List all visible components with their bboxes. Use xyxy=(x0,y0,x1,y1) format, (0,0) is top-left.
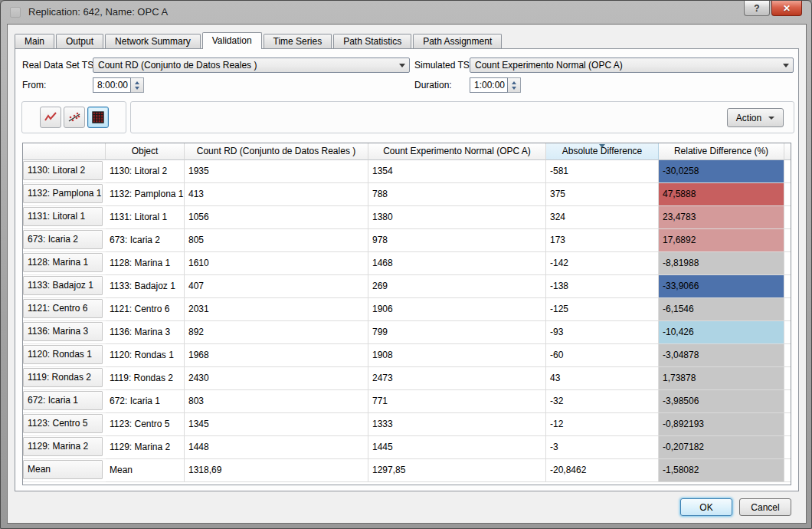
count-sim-cell[interactable]: 1354 xyxy=(368,160,546,183)
row-header-cell[interactable]: 1128: Marina 1 xyxy=(23,252,106,275)
object-cell[interactable]: 1136: Marina 3 xyxy=(106,321,185,344)
count-sim-cell[interactable]: 788 xyxy=(368,183,546,206)
help-button[interactable]: ? xyxy=(744,1,770,16)
tab-path-assignment[interactable]: Path Assignment xyxy=(413,34,502,48)
object-cell[interactable]: Mean xyxy=(106,459,185,482)
tab-path-statistics[interactable]: Path Statistics xyxy=(333,34,411,48)
abs-diff-cell[interactable]: 375 xyxy=(546,183,659,206)
rel-diff-cell[interactable]: -0,207182 xyxy=(659,436,784,459)
abs-diff-cell[interactable]: -581 xyxy=(546,160,659,183)
abs-diff-cell[interactable]: -3 xyxy=(546,436,659,459)
abs-diff-cell[interactable]: -93 xyxy=(546,321,659,344)
abs-diff-cell[interactable]: -138 xyxy=(546,275,659,298)
row-header-cell[interactable]: 672: Icaria 1 xyxy=(23,390,106,413)
count-rd-cell[interactable]: 1345 xyxy=(185,413,368,436)
count-rd-cell[interactable]: 803 xyxy=(185,390,368,413)
count-rd-cell[interactable]: 805 xyxy=(185,229,368,252)
column-header-object[interactable]: Object xyxy=(106,143,185,160)
column-header-count-sim[interactable]: Count Experimento Normal (OPC A) xyxy=(368,143,546,160)
tab-main[interactable]: Main xyxy=(15,34,54,48)
row-header-cell[interactable]: 1119: Rondas 2 xyxy=(23,367,106,390)
rel-diff-cell[interactable]: -0,892193 xyxy=(659,413,784,436)
column-header-row-header[interactable] xyxy=(23,143,106,160)
rel-diff-cell[interactable]: -8,81988 xyxy=(659,252,784,275)
rel-diff-cell[interactable]: -1,58082 xyxy=(659,459,784,482)
row-header-cell[interactable]: 1130: Litoral 2 xyxy=(23,160,106,183)
abs-diff-cell[interactable]: 324 xyxy=(546,206,659,229)
object-cell[interactable]: 1132: Pamplona 1 xyxy=(106,183,185,206)
count-sim-cell[interactable]: 799 xyxy=(368,321,546,344)
from-time-input[interactable]: 8:00:00 xyxy=(93,77,131,93)
column-header-absolute-difference[interactable]: Absolute Difference xyxy=(546,143,659,160)
row-header-cell[interactable]: 1131: Litoral 1 xyxy=(23,206,106,229)
row-header-cell[interactable]: 1129: Marina 2 xyxy=(23,436,106,459)
row-header-cell[interactable]: 673: Icaria 2 xyxy=(23,229,106,252)
tab-validation[interactable]: Validation xyxy=(202,32,262,49)
count-sim-cell[interactable]: 1380 xyxy=(368,206,546,229)
count-sim-cell[interactable]: 1297,85 xyxy=(368,459,546,482)
rel-diff-cell[interactable]: -6,1546 xyxy=(659,298,784,321)
count-sim-cell[interactable]: 2473 xyxy=(368,367,546,390)
count-rd-cell[interactable]: 1318,69 xyxy=(185,459,368,482)
object-cell[interactable]: 1120: Rondas 1 xyxy=(106,344,185,367)
count-rd-cell[interactable]: 2031 xyxy=(185,298,368,321)
abs-diff-cell[interactable]: -32 xyxy=(546,390,659,413)
object-cell[interactable]: 1129: Marina 2 xyxy=(106,436,185,459)
count-rd-cell[interactable]: 1056 xyxy=(185,206,368,229)
rel-diff-cell[interactable]: -33,9066 xyxy=(659,275,784,298)
object-cell[interactable]: 1128: Marina 1 xyxy=(106,252,185,275)
row-header-cell[interactable]: 1133: Badajoz 1 xyxy=(23,275,106,298)
count-sim-cell[interactable]: 771 xyxy=(368,390,546,413)
column-header-relative-difference[interactable]: Relative Difference (%) xyxy=(659,143,784,160)
rel-diff-cell[interactable]: 1,73878 xyxy=(659,367,784,390)
count-rd-cell[interactable]: 1448 xyxy=(185,436,368,459)
count-rd-cell[interactable]: 1935 xyxy=(185,160,368,183)
action-button[interactable]: Action xyxy=(727,108,784,127)
row-header-cell[interactable]: Mean xyxy=(23,459,106,482)
count-sim-cell[interactable]: 1333 xyxy=(368,413,546,436)
count-sim-cell[interactable]: 1468 xyxy=(368,252,546,275)
column-header-count-rd[interactable]: Count RD (Conjunto de Datos Reales ) xyxy=(185,143,368,160)
count-sim-cell[interactable]: 1445 xyxy=(368,436,546,459)
simulated-ts-combo[interactable]: Count Experimento Normal (OPC A) xyxy=(470,58,794,73)
tab-output[interactable]: Output xyxy=(56,34,103,48)
count-rd-cell[interactable]: 413 xyxy=(185,183,368,206)
rel-diff-cell[interactable]: 47,5888 xyxy=(659,183,784,206)
row-header-cell[interactable]: 1132: Pamplona 1 xyxy=(23,183,106,206)
object-cell[interactable]: 1119: Rondas 2 xyxy=(106,367,185,390)
object-cell[interactable]: 673: Icaria 2 xyxy=(106,229,185,252)
count-rd-cell[interactable]: 407 xyxy=(185,275,368,298)
duration-input[interactable]: 1:00:00 xyxy=(470,77,508,93)
abs-diff-cell[interactable]: -142 xyxy=(546,252,659,275)
line-chart-view-button[interactable] xyxy=(40,107,61,128)
scatter-plot-view-button[interactable] xyxy=(64,107,85,128)
object-cell[interactable]: 1133: Badajoz 1 xyxy=(106,275,185,298)
abs-diff-cell[interactable]: -125 xyxy=(546,298,659,321)
rel-diff-cell[interactable]: -3,98506 xyxy=(659,390,784,413)
rel-diff-cell[interactable]: -30,0258 xyxy=(659,160,784,183)
close-button[interactable]: ✕ xyxy=(771,1,802,16)
count-rd-cell[interactable]: 892 xyxy=(185,321,368,344)
abs-diff-cell[interactable]: 43 xyxy=(546,367,659,390)
count-rd-cell[interactable]: 2430 xyxy=(185,367,368,390)
tab-time-series[interactable]: Time Series xyxy=(264,34,332,48)
count-sim-cell[interactable]: 1906 xyxy=(368,298,546,321)
rel-diff-cell[interactable]: 17,6892 xyxy=(659,229,784,252)
abs-diff-cell[interactable]: -20,8462 xyxy=(546,459,659,482)
from-time-spin-buttons[interactable] xyxy=(131,77,144,93)
cancel-button[interactable]: Cancel xyxy=(739,498,791,516)
count-rd-cell[interactable]: 1968 xyxy=(185,344,368,367)
object-cell[interactable]: 1123: Centro 5 xyxy=(106,413,185,436)
count-sim-cell[interactable]: 1908 xyxy=(368,344,546,367)
tab-network-summary[interactable]: Network Summary xyxy=(105,34,201,48)
real-data-set-combo[interactable]: Count RD (Conjunto de Datos Reales ) xyxy=(93,58,410,73)
rel-diff-cell[interactable]: 23,4783 xyxy=(659,206,784,229)
rel-diff-cell[interactable]: -10,426 xyxy=(659,321,784,344)
ok-button[interactable]: OK xyxy=(680,498,732,516)
duration-spin-buttons[interactable] xyxy=(508,77,521,93)
table-view-button[interactable] xyxy=(87,107,109,128)
row-header-cell[interactable]: 1123: Centro 5 xyxy=(23,413,106,436)
rel-diff-cell[interactable]: -3,04878 xyxy=(659,344,784,367)
abs-diff-cell[interactable]: -60 xyxy=(546,344,659,367)
count-rd-cell[interactable]: 1610 xyxy=(185,252,368,275)
